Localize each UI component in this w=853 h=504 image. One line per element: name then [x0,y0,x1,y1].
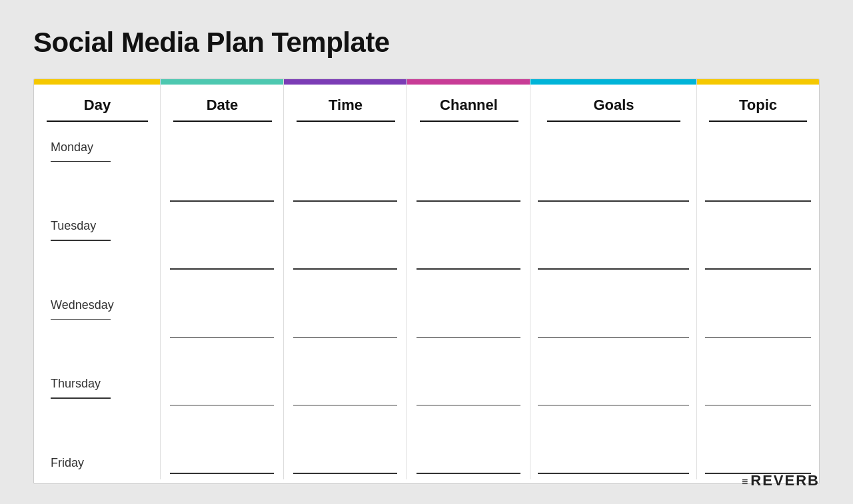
col-label-date: Date [161,85,284,121]
time-line-4 [293,473,398,474]
table-header: DayDateTimeChannelGoalsTopic [34,79,819,128]
col-label-time: Time [284,85,407,121]
page-title: Social Media Plan Template [33,27,820,59]
body-col-channel [407,128,530,479]
day-label-tuesday: Tuesday [51,214,96,236]
day-label-monday: Monday [51,135,93,157]
col-header-day: Day [34,79,161,128]
body-col-time [284,128,407,479]
col-header-goals: Goals [530,79,697,128]
col-label-topic: Topic [697,85,819,121]
body-col-goals [530,128,697,479]
col-label-goals: Goals [530,85,697,121]
day-row-friday: Friday [44,451,150,473]
social-media-table: DayDateTimeChannelGoalsTopic MondayTuesd… [33,79,820,484]
body-col-topic [697,128,819,479]
day-row-thursday: Thursday [44,372,150,399]
day-label-friday: Friday [51,451,84,473]
channel-line-4 [417,473,521,474]
body-col-date [161,128,284,479]
col-header-time: Time [284,79,407,128]
col-header-channel: Channel [407,79,530,128]
day-label-wednesday: Wednesday [51,293,114,315]
day-label-thursday: Thursday [51,372,101,393]
day-row-wednesday: Wednesday [44,293,150,320]
col-header-topic: Topic [697,79,819,128]
day-row-monday: Monday [44,135,150,162]
body-col-day: MondayTuesdayWednesdayThursdayFriday [34,128,161,479]
day-row-tuesday: Tuesday [44,214,150,241]
goals-line-4 [538,473,689,474]
col-label-channel: Channel [407,85,530,121]
col-label-day: Day [34,85,161,121]
col-header-date: Date [161,79,284,128]
reverb-logo: REVERB [742,472,820,489]
date-line-4 [170,473,275,474]
table-body: MondayTuesdayWednesdayThursdayFriday [34,128,819,479]
